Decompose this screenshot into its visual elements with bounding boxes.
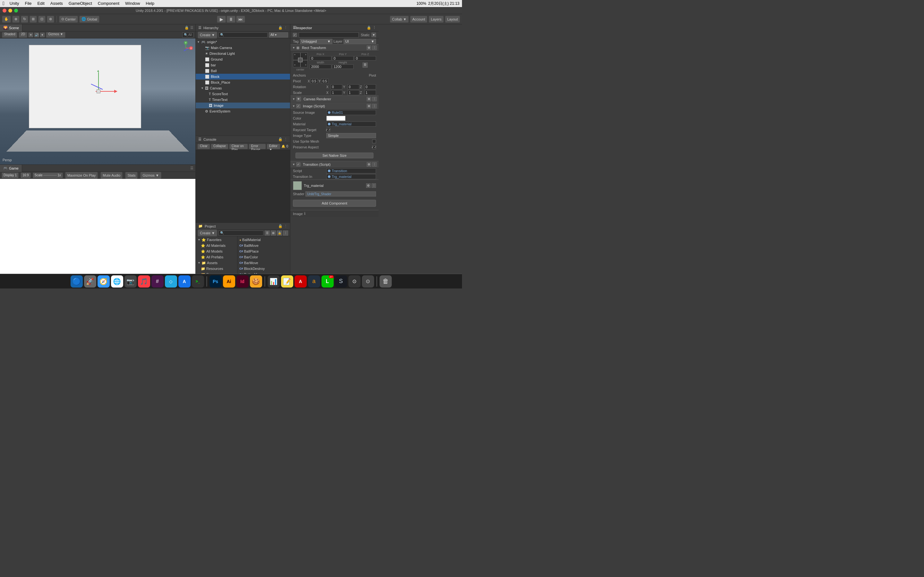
hier-item-block[interactable]: ⬜ Block [196,74,290,79]
proj-scenes-folder[interactable]: 📁 Scenes [196,271,237,274]
maximize-play-btn[interactable]: Maximize On Play [65,172,98,179]
dock-appstore[interactable]: A [178,276,191,287]
game-view[interactable] [0,179,195,274]
hier-item-ground[interactable]: ⬜ Ground [196,56,290,62]
tool-rect[interactable]: ⊡ [38,16,45,23]
hier-item-blockplace[interactable]: ⬜ Block_Place [196,79,290,85]
transition-more[interactable]: ⋮ [372,162,376,167]
proj-all-models[interactable]: ⭐ All Models [196,248,237,254]
rot-z-input[interactable]: 0 [365,84,376,89]
dock-launchpad[interactable]: 🚀 [84,276,96,287]
hier-item-camera[interactable]: 📷 Main Camera [196,45,290,51]
display-dropdown[interactable]: Display 1 [2,173,18,178]
set-native-size-btn[interactable]: Set Native Size [296,153,373,158]
material-value[interactable]: Trg_material [326,121,376,127]
proj-list-view[interactable]: ☰ [265,230,270,235]
proj-more-btn[interactable]: ⋮ [283,230,288,235]
insp-lock-icon[interactable]: 🔒 [367,26,371,30]
transition-script-value[interactable]: Transition [326,168,376,173]
proj-search[interactable]: 🔍 [218,230,263,235]
hier-menu-icon[interactable]: ⋮ [284,26,288,30]
rot-x-input[interactable]: 0 [331,84,342,89]
proj-buttonmanager[interactable]: C# ButtonManager [237,271,290,274]
transition-header[interactable]: ▼ ✓ Transition (Script) ⚙ ⋮ [290,161,379,168]
rect-settings-icon[interactable]: ⚙ [367,45,371,50]
game-menu-icon[interactable]: ☰ [190,166,194,170]
hier-item-scoretext[interactable]: T ScoreText [196,91,290,97]
proj-blockdestroy[interactable]: C# BlockDestroy [237,266,290,271]
hier-item-image[interactable]: 🖼 Image [196,103,290,108]
proj-ballplace[interactable]: C# BallPlace [237,248,290,254]
proj-barcolor[interactable]: C# BarColor [237,254,290,260]
dock-acrobat[interactable]: A [294,276,307,287]
tool-hand[interactable]: ✋ [2,16,11,23]
menu-assets[interactable]: Assets [48,0,65,7]
dock-indesign[interactable]: Id [236,276,249,287]
console-clear-btn[interactable]: Clear [198,144,210,149]
anchor-preset-btn[interactable]: ✦ ✦ ✦ ✦ [293,53,308,67]
transition-in-value[interactable]: Trg_material [326,174,376,179]
constrain-btn[interactable]: R [354,61,376,69]
proj-menu-icon[interactable]: ⋮ [284,224,288,228]
audio-toggle[interactable]: 🔊 [34,33,39,37]
proj-create-btn[interactable]: Create ▼ [198,229,217,237]
scene-view[interactable]: ▲ Y X Persp [0,39,195,164]
layers-button[interactable]: Layers [429,16,444,23]
preserve-checkbox[interactable]: ✓ [372,145,376,149]
hier-item-eventsystem[interactable]: ⚙ EventSystem [196,108,290,114]
dock-vscode[interactable]: ◇ [165,276,177,287]
rect-transform-header[interactable]: ▼ ⊞ Rect Transform ⚙ ⋮ [290,44,379,51]
ratio-dropdown[interactable]: 16:9 [21,173,30,178]
scale-control[interactable]: Scale ────── 1x [33,173,63,178]
scale-z-input[interactable]: 1 [365,90,376,95]
dock-activity[interactable]: 📊 [268,276,280,287]
gameobj-name-input[interactable]: Image [299,32,359,37]
pivot-x-input[interactable]: 0.5 [310,79,318,84]
tool-move[interactable]: ⊕ [12,16,19,23]
dock-slack[interactable]: # [152,276,164,287]
dock-line[interactable]: L 27 [321,276,334,287]
dock-unity1[interactable]: ⊙ [349,276,360,287]
rot-y-input[interactable]: 0 [347,84,359,89]
tool-transform[interactable]: ⊛ [47,16,54,23]
pivot-y-input[interactable]: 0.5 [321,79,328,84]
insp-menu-icon[interactable]: ⋮ [373,26,376,30]
gameobj-active-checkbox[interactable]: ✓ [293,33,297,37]
color-swatch[interactable] [326,116,346,121]
menu-file[interactable]: File [22,0,34,7]
proj-favorites-header[interactable]: ▼ ⭐ Favorites [196,237,237,243]
transition-settings[interactable]: ⚙ [367,162,371,167]
proj-all-prefabs[interactable]: ⭐ All Prefabs [196,254,237,260]
close-button[interactable] [3,9,6,13]
global-toggle[interactable]: 🌐 Global [79,16,99,23]
gizmos-dropdown[interactable]: Gizmos ▼ [46,32,65,38]
console-clearonplay-btn[interactable]: Clear on Play [229,144,248,149]
dock-finder[interactable]: 🔵 [71,276,83,287]
window-controls[interactable] [3,9,18,13]
menu-component[interactable]: Component [95,0,122,7]
scale-y-input[interactable]: 1 [347,90,359,95]
menu-window[interactable]: Window [123,0,142,7]
collab-button[interactable]: Collab ▼ [390,16,409,23]
posz-value[interactable]: 0 [354,56,376,61]
console-editor-btn[interactable]: Editor ▼ [267,144,280,149]
layout-button[interactable]: Layout [445,16,460,23]
height-value[interactable]: 1200 [332,64,354,69]
hier-item-bar[interactable]: ⬜ bar [196,62,290,68]
dock-photos[interactable]: 📷 [124,276,137,287]
hier-search[interactable]: 🔍 [218,32,268,37]
dock-chrome[interactable]: 🌐 [111,276,123,287]
dock-photoshop[interactable]: Ps [210,276,222,287]
apple-menu[interactable]:  [3,1,5,6]
hier-lock-icon[interactable]: 🔒 [278,26,283,30]
menu-unity[interactable]: Unity [7,0,22,7]
image-enabled-check[interactable]: ✓ [296,104,300,108]
use-sprite-checkbox[interactable] [372,139,376,143]
center-toggle[interactable]: ⊙ Center [59,16,78,23]
console-menu-icon[interactable]: ⋮ [284,137,288,141]
proj-lock-btn[interactable]: 🔒 [277,230,282,235]
dock-unity2[interactable]: ⊙ [362,276,374,287]
console-collapse-btn[interactable]: Collapse [211,144,228,149]
dock-steam[interactable]: S [335,276,347,287]
source-image-value[interactable]: Rule01 [326,110,376,115]
